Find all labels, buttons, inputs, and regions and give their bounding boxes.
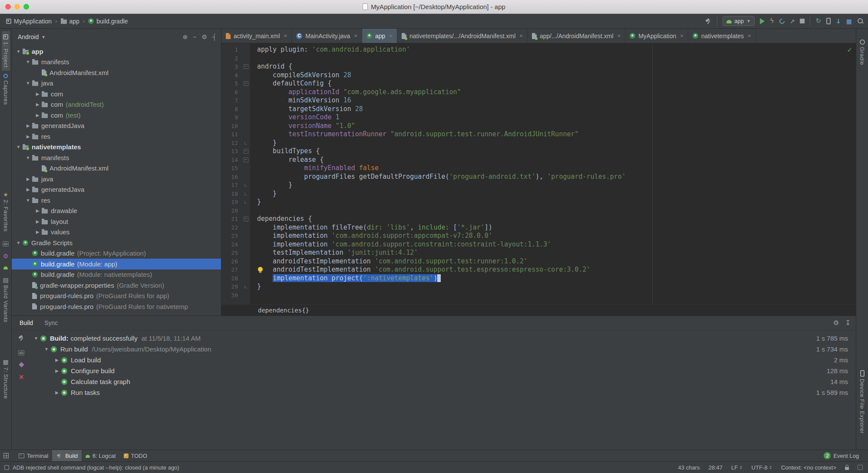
settings-gear-icon[interactable]: ⚙	[202, 33, 208, 40]
status-message[interactable]: ADB rejected shell command (logcat --hel…	[13, 464, 179, 471]
code-line[interactable]: 24 implementation 'com.android.support.c…	[221, 240, 856, 249]
code-line[interactable]: 30	[221, 291, 856, 300]
tree-item-proguard-rules-pro-proguard-rules-for-nativetemp[interactable]: proguard-rules.pro(ProGuard Rules for na…	[12, 301, 221, 312]
expand-arrow-icon[interactable]: ▼	[32, 336, 40, 341]
editor-tab-app[interactable]: app×	[362, 29, 397, 43]
code-editor[interactable]: ✓ 1apply plugin: 'com.android.applicatio…	[221, 43, 856, 304]
code-line[interactable]: 13 buildTypes {	[221, 147, 856, 156]
build-row-run-tasks[interactable]: ▶Run tasks1 s 589 ms	[31, 387, 856, 398]
avd-manager-button[interactable]	[826, 18, 831, 24]
tree-item-values[interactable]: ▶values	[12, 227, 221, 238]
project-view-selector[interactable]: Android	[18, 33, 39, 40]
status-widget-lf[interactable]: LF⇕	[731, 464, 743, 471]
code-line[interactable]: 25 testImplementation 'junit:junit:4.12'	[221, 249, 856, 257]
code-line[interactable]: 5 defaultConfig {	[221, 79, 856, 88]
code-line[interactable]: 12 }	[221, 139, 856, 148]
expand-arrow-icon[interactable]: ▼	[24, 81, 32, 85]
stop-button[interactable]	[800, 19, 805, 23]
code-line[interactable]: 2	[221, 54, 856, 63]
layout-inspector-button[interactable]	[846, 18, 852, 24]
tree-item-com[interactable]: ▶com	[12, 89, 221, 99]
expand-arrow-icon[interactable]: ▶	[24, 134, 32, 139]
fold-marker-icon[interactable]	[241, 192, 250, 195]
tool-button-1-project[interactable]: 1: Project	[2, 31, 10, 71]
tool-button-2-favorites[interactable]: 2: Favorites	[2, 188, 10, 235]
build-row-configure-build[interactable]: ▶Configure build128 ms	[31, 365, 856, 376]
build-settings-gear-icon[interactable]: ⚙	[833, 319, 839, 327]
code-line[interactable]: 22 implementation fileTree(dir: 'libs', …	[221, 223, 856, 232]
code-line[interactable]: 20	[221, 207, 856, 215]
sync-project-button[interactable]	[815, 18, 821, 24]
editor-tab-app-androidmanifest-xml[interactable]: app/.../AndroidManifest.xml×	[528, 29, 625, 43]
profiler-button[interactable]	[778, 17, 785, 25]
ab-tool-icon[interactable]	[3, 239, 9, 247]
code-line[interactable]: 3android {	[221, 62, 856, 71]
export-build-log-icon[interactable]: ↧	[845, 319, 851, 327]
code-line[interactable]: 6 applicationId "com.google.ads.myapplic…	[221, 88, 856, 97]
editor-tab-nativetemplates[interactable]: nativetemplates×	[688, 29, 756, 43]
build-hammer-button[interactable]	[705, 18, 712, 24]
code-line[interactable]: 19}	[221, 198, 856, 207]
tool-window-switcher-icon[interactable]	[3, 453, 9, 458]
close-tab-icon[interactable]: ×	[389, 33, 393, 39]
expand-arrow-icon[interactable]: ▶	[24, 187, 32, 192]
expand-arrow-icon[interactable]: ▶	[33, 230, 42, 234]
code-line[interactable]: 9 versionCode 1	[221, 113, 856, 122]
attach-debugger-button[interactable]	[790, 18, 795, 24]
tree-item-build-gradle-module-app[interactable]: build.gradle(Module: app)	[12, 259, 221, 269]
tree-item-res[interactable]: ▼res	[12, 195, 221, 206]
expand-arrow-icon[interactable]: ▶	[24, 123, 32, 128]
code-line[interactable]: 15 minifyEnabled false	[221, 164, 856, 173]
close-tab-icon[interactable]: ×	[680, 33, 683, 39]
code-line[interactable]: 18 }	[221, 190, 856, 198]
tree-item-app[interactable]: ▼app	[12, 46, 221, 57]
tree-item-nativetemplates[interactable]: ▼nativetemplates	[12, 142, 221, 153]
tree-item-manifests[interactable]: ▼manifests	[12, 57, 221, 68]
fold-marker-icon[interactable]	[241, 200, 250, 204]
stop-build-icon[interactable]	[19, 374, 24, 381]
expand-arrow-icon[interactable]: ▶	[53, 368, 61, 373]
tool-window-button-6-logcat[interactable]: 6: Logcat	[82, 450, 120, 461]
build-options-icon[interactable]	[19, 362, 24, 368]
build-row-calculate-task-graph[interactable]: Calculate task graph14 ms	[31, 376, 856, 387]
code-line[interactable]: 27 androidTestImplementation 'com.androi…	[221, 266, 856, 274]
tree-item-com-androidtest[interactable]: ▶com(androidTest)	[12, 99, 221, 110]
code-line[interactable]: 26 androidTestImplementation 'com.androi…	[221, 257, 856, 266]
minimize-window-button[interactable]	[14, 4, 20, 10]
tree-item-androidmanifest-xml[interactable]: AndroidManifest.xml	[12, 67, 221, 78]
build-row-complet-ed-successfully[interactable]: ▼Build:complet­ed successfullyat 11/5/18…	[31, 333, 856, 344]
close-window-button[interactable]	[5, 4, 11, 10]
breadcrumb-item-myapplication[interactable]: MyApplication	[6, 18, 52, 25]
restart-build-icon[interactable]	[18, 335, 25, 341]
code-line[interactable]: 29}	[221, 282, 856, 291]
android-tool-icon[interactable]	[3, 266, 8, 269]
code-line[interactable]: 14 release {	[221, 156, 856, 164]
tool-window-button-event-log[interactable]: 2Event Log	[820, 452, 863, 459]
expand-arrow-icon[interactable]: ▶	[33, 102, 42, 107]
expand-arrow-icon[interactable]: ▶	[33, 113, 42, 118]
build-tab-build[interactable]: Build	[20, 319, 33, 326]
fold-marker-icon[interactable]	[241, 158, 250, 162]
tree-item-gradle-scripts[interactable]: ▼Gradle Scripts	[12, 237, 221, 248]
expand-arrow-icon[interactable]: ▼	[42, 347, 51, 351]
tool-button-gradle[interactable]: Gradle	[858, 36, 866, 68]
close-tab-icon[interactable]: ×	[617, 33, 621, 39]
tree-item-generatedjava[interactable]: ▶generatedJava	[12, 184, 221, 195]
code-line[interactable]: 8 targetSdkVersion 28	[221, 105, 856, 114]
tree-item-layout[interactable]: ▶layout	[12, 216, 221, 227]
editor-tab-mainactivity-java[interactable]: MainActivity.java×	[292, 29, 362, 43]
filter-messages-icon[interactable]	[18, 348, 24, 356]
expand-arrow-icon[interactable]: ▼	[14, 240, 23, 245]
code-line[interactable]: 21dependencies {	[221, 215, 856, 223]
fold-marker-icon[interactable]	[241, 64, 250, 69]
expand-arrow-icon[interactable]: ▶	[53, 358, 61, 362]
tree-item-generatedjava[interactable]: ▶generatedJava	[12, 121, 221, 131]
fold-marker-icon[interactable]	[241, 285, 250, 288]
tool-button-build-variants[interactable]: Build Variants	[2, 274, 10, 325]
fold-marker-icon[interactable]	[241, 217, 250, 221]
expand-arrow-icon[interactable]: ▶	[53, 390, 61, 395]
expand-arrow-icon[interactable]: ▶	[24, 177, 32, 181]
close-tab-icon[interactable]: ×	[284, 33, 287, 39]
code-line[interactable]: 7 minSdkVersion 16	[221, 96, 856, 105]
editor-breadcrumb[interactable]: dependencies{}	[258, 307, 309, 314]
